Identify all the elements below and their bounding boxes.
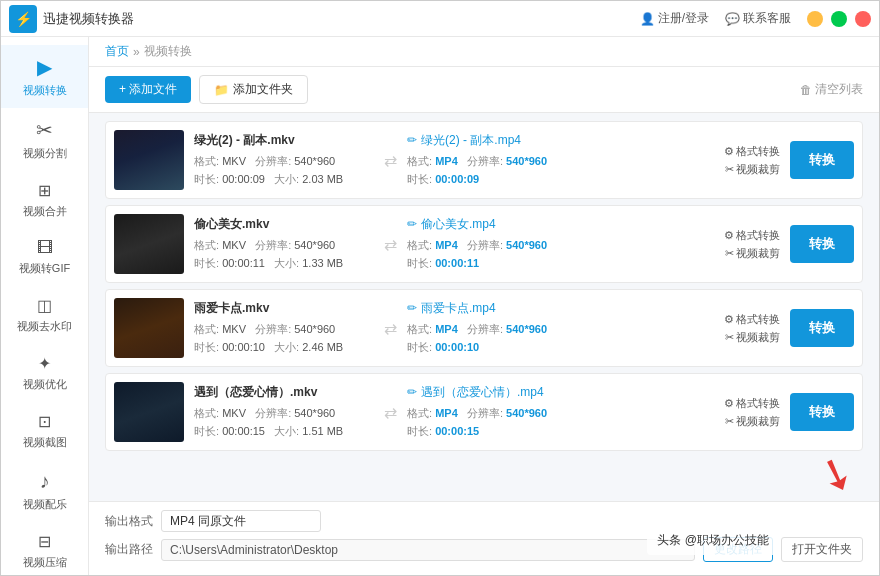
video-convert-icon: ▶ [37, 55, 52, 79]
maximize-button[interactable] [831, 11, 847, 27]
breadcrumb-sep: » [133, 45, 140, 59]
file-list: 绿光(2) - 副本.mkv 格式: MKV 分辨率: 540*960 时长: … [89, 113, 879, 501]
sidebar-item-label: 视频合并 [23, 204, 67, 219]
video-split-icon: ✂ [36, 118, 53, 142]
video-cut-action[interactable]: ✂ 视频裁剪 [725, 414, 780, 429]
file-meta: 格式: MKV 分辨率: 540*960 时长: 00:00:15 大小: 1.… [194, 405, 374, 440]
sidebar-item-video-split[interactable]: ✂ 视频分割 [1, 108, 88, 171]
settings-icon: ⚙ [724, 145, 734, 158]
settings-icon: ⚙ [724, 229, 734, 242]
file-item: 绿光(2) - 副本.mkv 格式: MKV 分辨率: 540*960 时长: … [105, 121, 863, 199]
convert-button[interactable]: 转换 [790, 309, 854, 347]
sidebar-item-video-music[interactable]: ♪ 视频配乐 [1, 460, 88, 522]
file-meta: 格式: MKV 分辨率: 540*960 时长: 00:00:10 大小: 2.… [194, 321, 374, 356]
convert-button[interactable]: 转换 [790, 225, 854, 263]
clear-list-button[interactable]: 🗑 清空列表 [800, 81, 863, 98]
format-select[interactable]: MP4 同原文件 [161, 510, 321, 532]
sidebar-item-label: 视频转换 [23, 83, 67, 98]
sidebar-item-label: 视频配乐 [23, 497, 67, 512]
file-meta: 格式: MKV 分辨率: 540*960 时长: 00:00:11 大小: 1.… [194, 237, 374, 272]
file-item: 偷心美女.mkv 格式: MKV 分辨率: 540*960 时长: 00:00:… [105, 205, 863, 283]
format-convert-action[interactable]: ⚙ 格式转换 [724, 228, 780, 243]
add-file-button[interactable]: + 添加文件 [105, 76, 191, 103]
output-name: ✏ 遇到（恋爱心情）.mp4 [407, 384, 714, 401]
sidebar-item-video-gif[interactable]: 🎞 视频转GIF [1, 229, 88, 286]
video-gif-icon: 🎞 [37, 239, 53, 257]
file-thumbnail [114, 214, 184, 274]
sidebar-item-label: 视频优化 [23, 377, 67, 392]
scissors-icon: ✂ [725, 163, 734, 176]
file-name: 雨爱卡点.mkv [194, 300, 374, 317]
bottom-bar: 输出格式 MP4 同原文件 输出路径 更改路径 打开文件夹 [89, 501, 879, 575]
video-compress-icon: ⊟ [38, 532, 51, 551]
file-output-info: ✏ 遇到（恋爱心情）.mp4 格式: MP4 分辨率: 540*960 时长: … [407, 384, 714, 440]
settings-icon: ⚙ [724, 397, 734, 410]
sidebar-item-video-compress[interactable]: ⊟ 视频压缩 [1, 522, 88, 575]
sidebar: ▶ 视频转换 ✂ 视频分割 ⊞ 视频合并 🎞 视频转GIF ◫ 视频去水印 ✦ … [1, 37, 89, 575]
file-input-info: 偷心美女.mkv 格式: MKV 分辨率: 540*960 时长: 00:00:… [194, 216, 374, 272]
sidebar-item-label: 视频分割 [23, 146, 67, 161]
scissors-icon: ✂ [725, 415, 734, 428]
scissors-icon: ✂ [725, 247, 734, 260]
change-path-button[interactable]: 更改路径 [703, 537, 773, 562]
file-actions: ⚙ 格式转换 ✂ 视频裁剪 [724, 228, 780, 261]
file-name: 遇到（恋爱心情）.mkv [194, 384, 374, 401]
customer-service-btn[interactable]: 💬 联系客服 [725, 10, 791, 27]
path-input[interactable] [161, 539, 695, 561]
output-meta: 格式: MP4 分辨率: 540*960 时长: 00:00:10 [407, 321, 714, 356]
file-thumbnail [114, 298, 184, 358]
sidebar-item-remove-watermark[interactable]: ◫ 视频去水印 [1, 286, 88, 344]
file-meta: 格式: MKV 分辨率: 540*960 时长: 00:00:09 大小: 2.… [194, 153, 374, 188]
sidebar-item-video-merge[interactable]: ⊞ 视频合并 [1, 171, 88, 229]
format-convert-action[interactable]: ⚙ 格式转换 [724, 396, 780, 411]
app-icon: ⚡ [9, 5, 37, 33]
format-convert-action[interactable]: ⚙ 格式转换 [724, 144, 780, 159]
file-actions: ⚙ 格式转换 ✂ 视频裁剪 [724, 312, 780, 345]
register-login-btn[interactable]: 👤 注册/登录 [640, 10, 709, 27]
close-button[interactable] [855, 11, 871, 27]
breadcrumb-current: 视频转换 [144, 43, 192, 60]
video-screenshot-icon: ⊡ [38, 412, 51, 431]
video-music-icon: ♪ [40, 470, 50, 493]
sidebar-item-video-optimize[interactable]: ✦ 视频优化 [1, 344, 88, 402]
settings-icon: ⚙ [724, 313, 734, 326]
open-folder-button[interactable]: 打开文件夹 [781, 537, 863, 562]
file-actions: ⚙ 格式转换 ✂ 视频裁剪 [724, 144, 780, 177]
file-item: 雨爱卡点.mkv 格式: MKV 分辨率: 540*960 时长: 00:00:… [105, 289, 863, 367]
toolbar: + 添加文件 📁 添加文件夹 🗑 清空列表 [89, 67, 879, 113]
breadcrumb: 首页 » 视频转换 [89, 37, 879, 67]
transfer-arrow-icon: ⇄ [384, 235, 397, 254]
format-convert-action[interactable]: ⚙ 格式转换 [724, 312, 780, 327]
file-input-info: 遇到（恋爱心情）.mkv 格式: MKV 分辨率: 540*960 时长: 00… [194, 384, 374, 440]
sidebar-item-video-convert[interactable]: ▶ 视频转换 [1, 45, 88, 108]
minimize-button[interactable] [807, 11, 823, 27]
sidebar-item-label: 视频压缩 [23, 555, 67, 570]
file-name: 偷心美女.mkv [194, 216, 374, 233]
trash-icon: 🗑 [800, 83, 812, 97]
output-name: ✏ 雨爱卡点.mp4 [407, 300, 714, 317]
convert-button[interactable]: 转换 [790, 141, 854, 179]
folder-icon: 📁 [214, 83, 229, 97]
video-cut-action[interactable]: ✂ 视频裁剪 [725, 246, 780, 261]
app-title: 迅捷视频转换器 [43, 10, 640, 28]
video-cut-action[interactable]: ✂ 视频裁剪 [725, 330, 780, 345]
video-optimize-icon: ✦ [38, 354, 51, 373]
file-output-info: ✏ 绿光(2) - 副本.mp4 格式: MP4 分辨率: 540*960 时长… [407, 132, 714, 188]
format-label: 输出格式 [105, 513, 153, 530]
pencil-icon: ✏ [407, 133, 417, 147]
convert-button[interactable]: 转换 [790, 393, 854, 431]
transfer-arrow-icon: ⇄ [384, 151, 397, 170]
file-thumbnail [114, 130, 184, 190]
video-merge-icon: ⊞ [38, 181, 51, 200]
sidebar-item-video-screenshot[interactable]: ⊡ 视频截图 [1, 402, 88, 460]
breadcrumb-home[interactable]: 首页 [105, 43, 129, 60]
file-input-info: 雨爱卡点.mkv 格式: MKV 分辨率: 540*960 时长: 00:00:… [194, 300, 374, 356]
add-folder-button[interactable]: 📁 添加文件夹 [199, 75, 308, 104]
output-name: ✏ 绿光(2) - 副本.mp4 [407, 132, 714, 149]
file-item: 遇到（恋爱心情）.mkv 格式: MKV 分辨率: 540*960 时长: 00… [105, 373, 863, 451]
title-bar: ⚡ 迅捷视频转换器 👤 注册/登录 💬 联系客服 [1, 1, 879, 37]
transfer-arrow-icon: ⇄ [384, 319, 397, 338]
video-cut-action[interactable]: ✂ 视频裁剪 [725, 162, 780, 177]
file-input-info: 绿光(2) - 副本.mkv 格式: MKV 分辨率: 540*960 时长: … [194, 132, 374, 188]
output-meta: 格式: MP4 分辨率: 540*960 时长: 00:00:09 [407, 153, 714, 188]
